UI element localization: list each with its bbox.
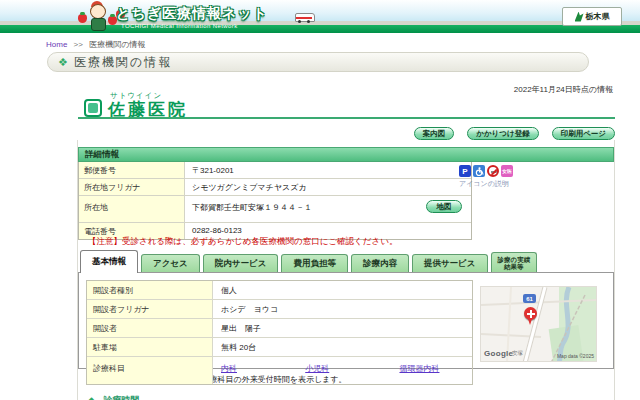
table-row: 駐車場 無料 20台	[87, 337, 472, 356]
tochigi-pref-logo[interactable]: 栃木県	[562, 7, 622, 26]
tab-access[interactable]: アクセス	[141, 254, 200, 273]
detail-section-header: 詳細情報	[78, 147, 614, 162]
facility-icon-legend: P 女医 アイコンの説明	[459, 165, 539, 189]
breadcrumb: Home >> 医療機関の情報	[46, 39, 145, 50]
diamond-icon: ◆	[88, 395, 95, 400]
row-value: ホシデ ヨウコ	[213, 300, 472, 318]
pref-bird-icon	[575, 12, 584, 22]
action-buttons: 案内図 かかりつけ登録 印刷用ページ	[78, 127, 615, 141]
row-value: 〒321-0201	[185, 162, 471, 178]
row-label: 郵便番号	[79, 162, 185, 178]
table-row: 郵便番号 〒321-0201	[79, 162, 471, 178]
breadcrumb-separator: >>	[74, 40, 83, 49]
address-text: 下都賀郡壬生町安塚１９４４－１	[192, 203, 312, 212]
department-link-internal-medicine[interactable]: 内科	[221, 363, 303, 374]
mascot-face	[90, 4, 106, 19]
mascot-body	[91, 18, 106, 31]
no-smoking-icon	[487, 165, 499, 177]
page-title: 医療機関の情報	[74, 54, 172, 71]
row-label: 開設者	[87, 319, 213, 337]
row-value: 無料 20台	[213, 338, 472, 356]
tab-provided-services[interactable]: 提供サービス	[412, 254, 488, 273]
diamond-icon: ❖	[58, 57, 68, 68]
strawberry-icon	[78, 14, 87, 23]
breadcrumb-current: 医療機関の情報	[89, 40, 145, 49]
pref-label: 栃木県	[586, 11, 610, 22]
row-value: 内科 小児科 循環器内科	[213, 357, 472, 384]
wheelchair-icon	[473, 165, 485, 177]
row-label: 駐車場	[87, 338, 213, 356]
tab-medical-content[interactable]: 診療内容	[351, 254, 409, 273]
site-logo-title: とちぎ医療情報ネット	[116, 5, 268, 21]
ambulance-icon	[295, 13, 315, 23]
department-link-cardiology[interactable]: 循環器内科	[399, 363, 439, 374]
table-row: 開設者種別 個人	[87, 281, 472, 299]
table-row: 所在地 下都賀郡壬生町安塚１９４４－１ 地図	[79, 195, 471, 222]
divider	[78, 117, 615, 119]
female-doctor-icon: 女医	[501, 165, 513, 177]
google-logo[interactable]: Google	[484, 349, 513, 358]
department-link-pediatrics[interactable]: 小児科	[305, 363, 397, 374]
row-label: 所在地フリガナ	[79, 179, 185, 195]
clinic-bullet-icon	[84, 99, 102, 117]
guide-map-button[interactable]: 案内図	[414, 127, 455, 140]
tab-basic-info[interactable]: 基本情報	[80, 250, 138, 273]
print-page-button[interactable]: 印刷用ページ	[552, 127, 615, 140]
parking-icon: P	[459, 165, 471, 177]
family-doctor-register-button[interactable]: かかりつけ登録	[467, 127, 538, 140]
map-pin-icon	[524, 307, 538, 327]
row-value: シモツガグンミブマチヤスズカ	[185, 179, 471, 195]
notice-text: 【注意】受診される際は、必ずあらかじめ各医療機関の窓口にご確認ください。	[88, 236, 397, 248]
map-widget[interactable]: 61 Google 安塚 Map data ©2025	[480, 286, 597, 362]
table-row: 開設者 星出 陽子	[87, 318, 472, 337]
map-button[interactable]: 地図	[426, 200, 462, 213]
row-value: 星出 陽子	[213, 319, 472, 337]
tab-in-hospital-services[interactable]: 院内サービス	[203, 254, 279, 273]
breadcrumb-home-link[interactable]: Home	[46, 40, 67, 49]
tab-results[interactable]: 診療の実績 結果等	[491, 252, 538, 273]
row-value: 個人	[213, 281, 472, 299]
map-place-label: 安塚	[512, 350, 523, 357]
tab-bar: 基本情報 アクセス 院内サービス 費用負担等 診療内容 提供サービス 診療の実績…	[80, 250, 537, 273]
icon-legend-link[interactable]: アイコンの説明	[459, 179, 539, 189]
page-title-bar: ❖ 医療機関の情報	[47, 52, 589, 72]
tab-costs[interactable]: 費用負担等	[281, 254, 348, 273]
row-label: 開設者種別	[87, 281, 213, 299]
basic-info-panel: 開設者種別 個人 開設者フリガナ ホシデ ヨウコ 開設者 星出 陽子 駐車場 無…	[78, 272, 614, 369]
site-banner: とちぎ医療情報ネット TOCHIGI Medical Information N…	[0, 0, 640, 33]
row-value: 下都賀郡壬生町安塚１９４４－１ 地図	[185, 196, 471, 222]
table-row: 所在地フリガナ シモツガグンミブマチヤスズカ	[79, 178, 471, 195]
next-section-heading-cutoff: ◆ 診療時間	[88, 394, 139, 400]
detail-table: 郵便番号 〒321-0201 所在地フリガナ シモツガグンミブマチヤスズカ 所在…	[78, 162, 472, 240]
table-row: 開設者フリガナ ホシデ ヨウコ	[87, 299, 472, 318]
row-label: 所在地	[79, 196, 185, 222]
info-date: 2022年11月24日時点の情報	[514, 84, 613, 95]
table-row: 診療科目 内科 小児科 循環器内科	[87, 356, 472, 384]
row-label: 診療科目	[87, 357, 213, 384]
site-logo-subtitle: TOCHIGI Medical Information Network	[121, 23, 238, 29]
row-label: 開設者フリガナ	[87, 300, 213, 318]
map-copyright: Map data ©2025	[557, 353, 594, 359]
basic-info-table: 開設者種別 個人 開設者フリガナ ホシデ ヨウコ 開設者 星出 陽子 駐車場 無…	[86, 280, 473, 385]
route-shield: 61	[523, 294, 536, 303]
site-logo[interactable]: とちぎ医療情報ネット	[116, 4, 268, 23]
page: とちぎ医療情報ネット TOCHIGI Medical Information N…	[0, 0, 640, 400]
